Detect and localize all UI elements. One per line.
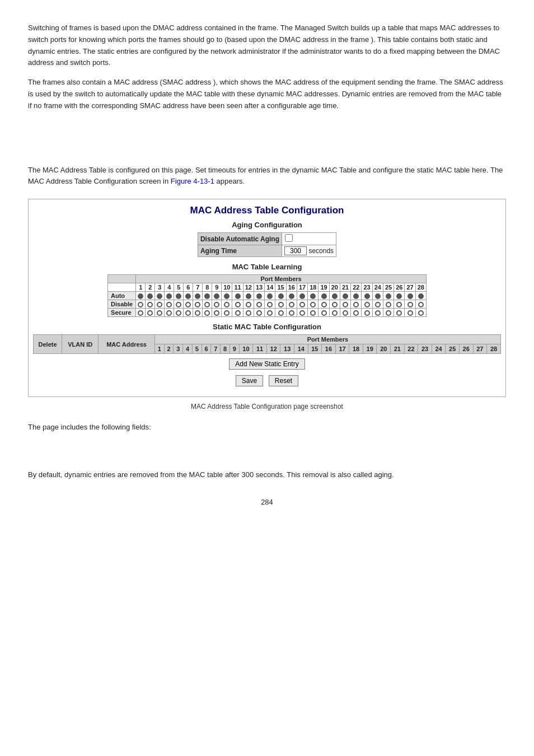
port-num-21: 21 xyxy=(340,283,350,292)
disable-p1[interactable] xyxy=(136,300,146,309)
secure-p11[interactable] xyxy=(232,309,243,317)
secure-p17[interactable] xyxy=(297,309,307,317)
auto-p24[interactable] xyxy=(372,292,383,300)
disable-p17[interactable] xyxy=(297,300,307,309)
auto-p10[interactable] xyxy=(222,292,232,300)
auto-p28[interactable] xyxy=(415,292,426,300)
secure-p3[interactable] xyxy=(155,309,165,317)
disable-p26[interactable] xyxy=(394,300,405,309)
secure-p21[interactable] xyxy=(340,309,350,317)
s-p28: 28 xyxy=(487,344,501,354)
auto-p2[interactable] xyxy=(146,292,155,300)
disable-p21[interactable] xyxy=(340,300,350,309)
disable-p19[interactable] xyxy=(318,300,329,309)
static-col-mac: MAC Address xyxy=(99,335,155,354)
disable-aging-checkbox[interactable] xyxy=(284,234,293,242)
secure-p27[interactable] xyxy=(405,309,415,317)
secure-p19[interactable] xyxy=(318,309,329,317)
auto-p5[interactable] xyxy=(174,292,184,300)
secure-p1[interactable] xyxy=(136,309,146,317)
secure-p2[interactable] xyxy=(146,309,155,317)
disable-p10[interactable] xyxy=(222,300,232,309)
disable-p13[interactable] xyxy=(254,300,264,309)
disable-p9[interactable] xyxy=(212,300,222,309)
secure-p13[interactable] xyxy=(254,309,264,317)
secure-p28[interactable] xyxy=(415,309,426,317)
port-num-23: 23 xyxy=(362,283,372,292)
disable-p3[interactable] xyxy=(155,300,165,309)
reset-button[interactable]: Reset xyxy=(269,375,298,386)
auto-p1[interactable] xyxy=(136,292,146,300)
s-p24: 24 xyxy=(432,344,446,354)
auto-p19[interactable] xyxy=(318,292,329,300)
secure-p14[interactable] xyxy=(265,309,275,317)
auto-p4[interactable] xyxy=(165,292,174,300)
auto-p9[interactable] xyxy=(212,292,222,300)
disable-p16[interactable] xyxy=(286,300,297,309)
auto-p26[interactable] xyxy=(394,292,405,300)
secure-p4[interactable] xyxy=(165,309,174,317)
port-num-7: 7 xyxy=(193,283,203,292)
disable-p23[interactable] xyxy=(362,300,372,309)
auto-p16[interactable] xyxy=(286,292,297,300)
auto-p20[interactable] xyxy=(329,292,340,300)
auto-p17[interactable] xyxy=(297,292,307,300)
secure-p23[interactable] xyxy=(362,309,372,317)
secure-p18[interactable] xyxy=(308,309,318,317)
secure-p10[interactable] xyxy=(222,309,232,317)
disable-p24[interactable] xyxy=(372,300,383,309)
auto-p21[interactable] xyxy=(340,292,350,300)
save-button[interactable]: Save xyxy=(236,375,263,386)
disable-p8[interactable] xyxy=(203,300,212,309)
add-new-static-entry-button[interactable]: Add New Static Entry xyxy=(229,358,305,370)
auto-p18[interactable] xyxy=(308,292,318,300)
secure-p20[interactable] xyxy=(329,309,340,317)
add-entry-row: Add New Static Entry xyxy=(33,358,501,372)
disable-p6[interactable] xyxy=(184,300,193,309)
secure-p16[interactable] xyxy=(286,309,297,317)
auto-p11[interactable] xyxy=(232,292,243,300)
auto-p12[interactable] xyxy=(243,292,254,300)
port-members-header-empty xyxy=(108,275,136,283)
disable-p28[interactable] xyxy=(415,300,426,309)
disable-p12[interactable] xyxy=(243,300,254,309)
s-p12: 12 xyxy=(266,344,280,354)
disable-p27[interactable] xyxy=(405,300,415,309)
disable-p4[interactable] xyxy=(165,300,174,309)
secure-p22[interactable] xyxy=(351,309,362,317)
secure-p24[interactable] xyxy=(372,309,383,317)
aging-time-input[interactable] xyxy=(284,246,307,255)
auto-p13[interactable] xyxy=(254,292,264,300)
auto-p14[interactable] xyxy=(265,292,275,300)
auto-p27[interactable] xyxy=(405,292,415,300)
secure-p26[interactable] xyxy=(394,309,405,317)
auto-p22[interactable] xyxy=(351,292,362,300)
auto-p8[interactable] xyxy=(203,292,212,300)
disable-p25[interactable] xyxy=(383,300,394,309)
secure-p5[interactable] xyxy=(174,309,184,317)
secure-p8[interactable] xyxy=(203,309,212,317)
disable-p22[interactable] xyxy=(351,300,362,309)
secure-p6[interactable] xyxy=(184,309,193,317)
disable-p14[interactable] xyxy=(265,300,275,309)
secure-p7[interactable] xyxy=(193,309,203,317)
disable-p7[interactable] xyxy=(193,300,203,309)
disable-p2[interactable] xyxy=(146,300,155,309)
secure-p25[interactable] xyxy=(383,309,394,317)
secure-p12[interactable] xyxy=(243,309,254,317)
figure-link[interactable]: Figure 4-13-1 xyxy=(171,177,214,185)
disable-p20[interactable] xyxy=(329,300,340,309)
auto-p3[interactable] xyxy=(155,292,165,300)
disable-row: Disable xyxy=(108,300,427,309)
auto-p25[interactable] xyxy=(383,292,394,300)
disable-p11[interactable] xyxy=(232,300,243,309)
auto-p23[interactable] xyxy=(362,292,372,300)
auto-p7[interactable] xyxy=(193,292,203,300)
disable-p5[interactable] xyxy=(174,300,184,309)
secure-p9[interactable] xyxy=(212,309,222,317)
disable-p15[interactable] xyxy=(275,300,286,309)
auto-p6[interactable] xyxy=(184,292,193,300)
secure-p15[interactable] xyxy=(275,309,286,317)
disable-p18[interactable] xyxy=(308,300,318,309)
auto-p15[interactable] xyxy=(275,292,286,300)
